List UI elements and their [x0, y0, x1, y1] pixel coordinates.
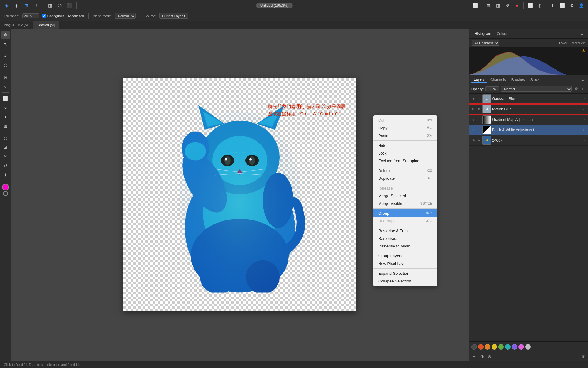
tolerance-input[interactable]: [22, 13, 39, 18]
ctx-rasterise-trim[interactable]: Rasterise & Trim...: [373, 227, 437, 235]
ctx-group-layers[interactable]: Group Layers: [373, 252, 437, 260]
layer-extra-gaussian[interactable]: ○: [581, 96, 586, 101]
layer-tab-btn[interactable]: Layer: [559, 41, 567, 45]
brush-tool-btn[interactable]: 🖊: [1, 103, 10, 112]
pen-tool-btn[interactable]: ✒: [1, 52, 10, 60]
ctx-paste[interactable]: Paste ⌘V: [373, 132, 437, 140]
brush-mode-icon[interactable]: ◉: [12, 1, 21, 10]
layer-row-motion-blur[interactable]: 👁 ✕ M Motion Blur ○: [469, 104, 588, 114]
text-tool-btn[interactable]: T: [1, 113, 10, 121]
layer-extra-gradient[interactable]: ○: [581, 117, 586, 122]
tab-brushes[interactable]: Brushes: [509, 77, 527, 83]
tab-layers[interactable]: Layers: [471, 76, 487, 83]
contiguous-checkbox[interactable]: [42, 14, 46, 18]
selection-icon[interactable]: ⬡: [55, 1, 64, 10]
ctx-cut[interactable]: Cut ⌘X: [373, 117, 437, 124]
pixel2-icon[interactable]: ▦: [494, 1, 502, 10]
layer-row-bw-adjustment[interactable]: ○ Black & White Adjustment ○: [469, 125, 588, 135]
table-tool-btn[interactable]: ⊞: [1, 122, 10, 130]
layer-extra-24667[interactable]: ○: [581, 138, 586, 143]
foreground-color-swatch[interactable]: [2, 184, 9, 190]
crop-tool-btn[interactable]: ⬜: [1, 94, 10, 103]
swatch-orange[interactable]: [485, 344, 490, 350]
ctx-release[interactable]: Release: [373, 184, 437, 192]
layer-vis-24667[interactable]: 👁: [471, 138, 476, 143]
ctx-exclude-snapping[interactable]: Exclude from Snapping: [373, 157, 437, 165]
pixel-icon[interactable]: ▦: [46, 1, 54, 10]
swatch-pink[interactable]: [518, 344, 524, 350]
view-icon[interactable]: ⬜: [471, 1, 480, 10]
vector-tool-btn[interactable]: ⬡: [1, 61, 10, 70]
layer-vis-gaussian[interactable]: 👁: [471, 96, 476, 101]
ctx-merge-visible[interactable]: Merge Visible ⇧⌘⌥E: [373, 200, 437, 207]
gradient-tool-btn[interactable]: ⊿: [1, 143, 10, 151]
marquee-icon[interactable]: ⬛: [65, 1, 74, 10]
tab-colour[interactable]: Colour: [494, 30, 510, 37]
contiguous-option[interactable]: Contiguous: [42, 14, 65, 18]
ctx-rasterise-mask[interactable]: Rasterise to Mask: [373, 242, 437, 250]
ctx-merge-selected[interactable]: Merge Selected: [373, 192, 437, 200]
swatch-purple[interactable]: [512, 344, 517, 350]
source-dropdown[interactable]: Current Layer ▾: [159, 13, 188, 19]
layer-vis-motion[interactable]: 👁: [471, 107, 476, 112]
layer-row-gradient-map[interactable]: ○ Gradient Map Adjustment ○: [469, 114, 588, 125]
layer-row-24667[interactable]: 👁 ✕ 🐱 24667 ○: [469, 135, 588, 146]
layer-vis-gradient[interactable]: ○: [471, 117, 476, 122]
layer-vis-bw[interactable]: ○: [471, 128, 476, 132]
ctx-group[interactable]: Group ⌘G: [373, 209, 437, 217]
layer-add-icon[interactable]: +: [580, 86, 586, 92]
arrange-icon[interactable]: ⊞: [484, 1, 493, 10]
ctx-duplicate[interactable]: Duplicate ⌘J: [373, 174, 437, 182]
view2-icon[interactable]: ⬜: [526, 1, 534, 10]
fill-tool-btn[interactable]: ◎: [1, 134, 10, 142]
share-icon[interactable]: ⬆: [548, 1, 557, 10]
ctx-expand-selection[interactable]: Expand Selection: [373, 270, 437, 277]
marquee-tab-btn[interactable]: Marquee: [572, 41, 585, 45]
add-mask-btn[interactable]: ⊙: [486, 353, 493, 360]
ctx-rasterise[interactable]: Rasterise...: [373, 235, 437, 242]
blend-mode-select-layers[interactable]: Normal: [501, 86, 572, 92]
swatch-teal[interactable]: [505, 344, 511, 350]
layer-gear-icon[interactable]: ⚙: [574, 86, 579, 92]
tab-blog[interactable]: blog31-0402 [M]: [0, 21, 33, 29]
record-icon[interactable]: ●: [513, 1, 521, 10]
layer-extra-motion[interactable]: ○: [581, 107, 586, 112]
rotate-tool-btn[interactable]: ↺: [1, 161, 10, 170]
histogram-warning-icon[interactable]: ⚠: [582, 48, 586, 53]
background-color-swatch[interactable]: [3, 191, 8, 196]
move-tool-btn[interactable]: ✥: [1, 31, 10, 39]
add-adjustment-btn[interactable]: ◑: [478, 353, 485, 360]
document-title[interactable]: Untitled (195.3%): [256, 3, 293, 8]
swatch-red[interactable]: [478, 344, 484, 350]
smudge-tool-btn[interactable]: ⌇: [1, 171, 10, 179]
history-icon[interactable]: ↺: [503, 1, 512, 10]
tab-channels[interactable]: Channels: [488, 77, 508, 83]
canvas-document[interactable]: 將先前我們處理的 貓咪圖 與 效果圖層， 選取右鍵群組（Ctrl + G / C…: [123, 78, 356, 311]
export-mode-icon[interactable]: ⤴: [32, 1, 40, 10]
channels-select[interactable]: All Channels: [472, 40, 499, 46]
ctx-hide[interactable]: Hide: [373, 142, 437, 149]
eraser-tool-btn[interactable]: ✂: [1, 152, 10, 161]
ctx-new-pixel-layer[interactable]: New Pixel Layer: [373, 260, 437, 267]
layer-extra-bw[interactable]: ○: [581, 128, 586, 132]
selection-brush-btn[interactable]: ⊙: [1, 73, 10, 82]
assistant-icon[interactable]: ◎: [535, 1, 544, 10]
delete-layer-btn[interactable]: 🗑: [579, 353, 586, 360]
layers-menu-btn[interactable]: ≡: [579, 77, 586, 83]
app-logo-icon[interactable]: ◈: [2, 1, 11, 10]
settings-icon[interactable]: ⚙: [567, 1, 576, 10]
ctx-ungroup[interactable]: Ungroup ⇧⌘G: [373, 217, 437, 225]
layer-row-gaussian-blur[interactable]: 👁 ✕ G Gaussian Blur ○: [469, 94, 588, 104]
ctx-lock[interactable]: Lock: [373, 149, 437, 157]
panel-menu-btn[interactable]: ≡: [579, 31, 585, 37]
opacity-input[interactable]: [485, 86, 499, 91]
tab-untitled[interactable]: Untitled [M]: [33, 21, 59, 29]
swatch-green[interactable]: [498, 344, 504, 350]
account-icon[interactable]: 👤: [577, 1, 586, 10]
tab-histogram[interactable]: Histogram: [472, 30, 494, 37]
layers-mode-icon[interactable]: ⊞: [22, 1, 31, 10]
tab-stock[interactable]: Stock: [528, 77, 542, 83]
pointer-tool-btn[interactable]: ↖: [1, 40, 10, 48]
ctx-collapse-selection[interactable]: Collapse Selection: [373, 277, 437, 285]
help-icon[interactable]: ⬜: [558, 1, 567, 10]
